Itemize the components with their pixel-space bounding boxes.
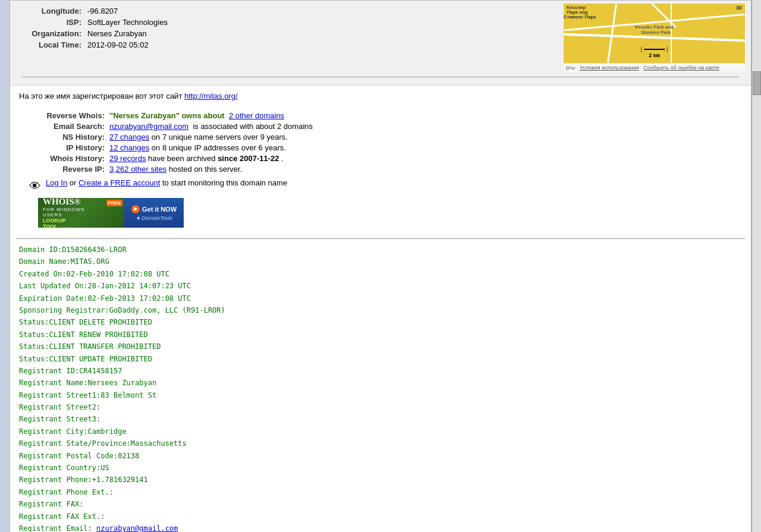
domain-line-9: Status:CLIENT TRANSFER PROHIBITED (19, 341, 742, 352)
section-divider-top (22, 77, 739, 77)
monitor-row: 👁 Log In or Create a FREE account to sta… (17, 178, 744, 193)
left-info: Longitude: -96.8207 ISP: SoftLayer Techn… (16, 4, 168, 72)
scale-line (644, 49, 665, 50)
domain-line-16: Registrant City:Cambridge (19, 426, 742, 437)
domain-line-20: Registrant Phone:+1.7816329141 (19, 474, 742, 486)
monitor-or: or (70, 178, 78, 187)
domain-line-15: Registrant Street3: (19, 413, 742, 425)
ip-history-row: IP History: 12 changes on 8 unique IP ad… (17, 143, 744, 152)
email-search-email-link[interactable]: nzurabyan@gmail.com (109, 122, 188, 131)
whois-history-suffix: have been archived since 2007-11-22 . (148, 154, 284, 163)
organization-value: Nerses Zurabyan (87, 29, 147, 38)
top-info-section: Longitude: -96.8207 ISP: SoftLayer Techn… (10, 1, 751, 86)
outer-wrap: Longitude: -96.8207 ISP: SoftLayer Techn… (0, 0, 761, 532)
whois-history-link[interactable]: 29 records (109, 154, 146, 163)
domain-line-13: Registrant Street1:83 Belmont St (19, 389, 742, 401)
scale-tick: | (641, 46, 642, 52)
reverse-ip-link[interactable]: 3,262 other sites (109, 165, 166, 174)
domain-line-21: Registrant Phone Ext.: (19, 486, 742, 498)
ip-history-link[interactable]: 12 changes (109, 143, 149, 152)
domain-line-14: Registrant Street2: (19, 401, 742, 413)
banner-get-label: Get it NOW (142, 206, 177, 213)
domain-line-3: Created On:02-Feb-2010 17:02:08 UTC (19, 268, 742, 280)
map-container: Кесслер Парк энд Стивенс Парк Kessler Pa… (564, 4, 745, 72)
reverse-whois-name: "Nerses Zurabyan" owns about (109, 111, 225, 120)
page-wrapper: Longitude: -96.8207 ISP: SoftLayer Techn… (0, 0, 761, 532)
longitude-value: -96.8207 (87, 7, 118, 15)
domain-line-1: Domain ID:D158266436-LROR (19, 244, 742, 256)
reverse-whois-row: Reverse Whois: "Nerses Zurabyan" owns ab… (17, 111, 744, 120)
domain-line-22: Registrant FAX: (19, 498, 742, 510)
email-search-value: nzurabyan@gmail.com is associated with a… (109, 122, 313, 131)
banner-right[interactable]: ▶ Get it NOW ★ DomainTools (124, 198, 184, 228)
mitas-org-link[interactable]: http://mitas.org/ (184, 92, 238, 100)
domain-line-11: Registrant ID:CR41458157 (19, 365, 742, 377)
reverse-ip-suffix: hosted on this server. (169, 165, 243, 174)
monitor-icon: 👁 (29, 180, 41, 193)
domain-data-block: Domain ID:D158266436-LROR Domain Name:MI… (10, 239, 751, 532)
domain-line-12: Registrant Name:Nersees Zurabyan (19, 377, 742, 389)
domain-line-7: Status:CLIENT DELETE PROHIBITED (19, 316, 742, 328)
whois-history-label: Whois History: (17, 154, 109, 163)
map-footer-terms-link[interactable]: Условия использования (580, 65, 639, 71)
banner-get-it-now: ▶ Get it NOW (131, 205, 177, 213)
domain-line-4: Last Updated On:28-Jan-2012 14:07:23 UTC (19, 280, 742, 292)
ns-history-value: 27 changes on 7 unique name servers over… (109, 133, 288, 141)
map-road-v1 (607, 4, 617, 62)
banner-subtitle: FOR WINDOWSUSERS (43, 207, 120, 218)
login-link[interactable]: Log In (46, 178, 67, 187)
reverse-ip-value: 3,262 other sites hosted on this server. (109, 165, 242, 174)
map-road-v2 (671, 4, 672, 63)
banner-lookup-text: LOOKUPTOOL (43, 218, 120, 229)
scale-tick2: | (666, 46, 668, 52)
email-search-row: Email Search: nzurabyan@gmail.com is ass… (17, 122, 744, 131)
longitude-row: Longitude: -96.8207 (16, 7, 168, 15)
whois-history-row: Whois History: 29 records have been arch… (17, 154, 744, 163)
domain-line-18: Registrant Postal Code:02138 (19, 450, 742, 462)
russian-intro-section: На это же имя зарегистрирован вот этот с… (10, 86, 751, 106)
domain-line-17: Registrant State/Province:Massachusetts (19, 437, 742, 449)
local-time-label: Local Time: (16, 40, 87, 49)
ns-history-label: NS History: (17, 133, 109, 141)
domain-line-10: Status:CLIENT UPDATE PROHIBITED (19, 353, 742, 365)
ip-history-label: IP History: (17, 143, 109, 152)
ns-history-suffix: on 7 unique name servers over 9 years. (152, 133, 288, 141)
local-time-value: 2012-09-02 05:02 (87, 40, 149, 49)
reverse-whois-count-link[interactable]: 2 other domains (229, 111, 284, 120)
banner-left[interactable]: WHOIS® FOR WINDOWSUSERS FREE LOOKUPTOOL (38, 198, 124, 228)
reverse-ip-row: Reverse IP: 3,262 other sites hosted on … (17, 165, 744, 174)
monitor-text: Log In or Create a FREE account to start… (46, 178, 287, 187)
scrollbar[interactable] (751, 0, 761, 532)
isp-value: SoftLayer Technologies (87, 18, 168, 27)
map-label-stevens-en: Stevens Park (641, 30, 671, 35)
domain-line-2: Domain Name:MITAS.ORG (19, 256, 742, 267)
whois-detail-block: Reverse Whois: "Nerses Zurabyan" owns ab… (10, 106, 751, 238)
play-button-icon: ▶ (131, 205, 140, 213)
scale-label: 2 км (649, 52, 660, 58)
map-image: Кесслер Парк энд Стивенс Парк Kessler Pa… (564, 4, 745, 63)
inner-box: Longitude: -96.8207 ISP: SoftLayer Techn… (10, 0, 751, 532)
domain-line-6: Sponsoring Registrar:GoDaddy.com, LLC (R… (19, 304, 742, 316)
ns-history-row: NS History: 27 changes on 7 unique name … (17, 133, 744, 141)
local-time-row: Local Time: 2012-09-02 05:02 (16, 40, 168, 49)
map-footer-rty: рты · (566, 65, 580, 71)
map-footer-error-link[interactable]: Сообщить об ошибке на карте (643, 65, 719, 71)
reverse-whois-label: Reverse Whois: (17, 111, 109, 120)
map-footer-bar: рты · Условия использования · Сообщить о… (564, 63, 745, 72)
registrant-email-link[interactable]: nzurabyan@gmail.com (96, 524, 178, 532)
monitor-suffix: to start monitoring this domain name (162, 178, 287, 187)
ns-history-link[interactable]: 27 changes (109, 133, 149, 141)
create-account-link[interactable]: Create a FREE account (78, 178, 160, 187)
map-label-kessler-en: Kessler Park and (635, 24, 674, 30)
domain-line-5: Expiration Date:02-Feb-2013 17:02:08 UTC (19, 292, 742, 304)
russian-intro-text: На это же имя зарегистрирован вот этот с… (19, 92, 184, 100)
reverse-ip-label: Reverse IP: (17, 165, 109, 174)
banner-free-badge: FREE (106, 200, 122, 206)
organization-row: Organization: Nerses Zurabyan (16, 29, 168, 38)
longitude-label: Longitude: (16, 7, 87, 15)
ip-history-suffix: on 8 unique IP addresses over 6 years. (152, 143, 286, 152)
banner-container[interactable]: WHOIS® FOR WINDOWSUSERS FREE LOOKUPTOOL … (38, 198, 184, 228)
email-search-label: Email Search: (17, 122, 109, 131)
scrollbar-thumb[interactable] (753, 71, 761, 95)
domain-line-24: Registrant Email: nzurabyan@gmail.com (19, 522, 742, 532)
